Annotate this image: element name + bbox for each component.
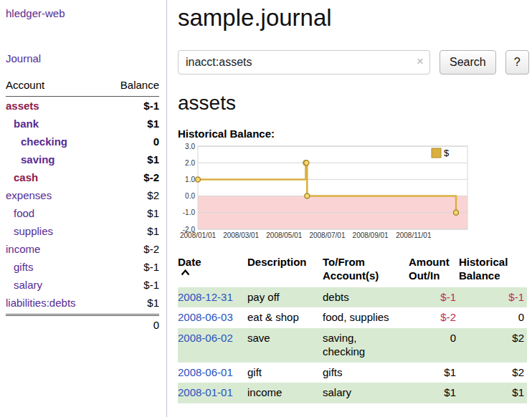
transaction-date-link[interactable]: 2008-06-03	[178, 311, 233, 323]
svg-text:2008/01/01: 2008/01/01	[180, 231, 216, 239]
account-row: expenses $2	[6, 186, 159, 204]
account-heading: assets	[178, 92, 531, 115]
transaction-description: eat & shop	[247, 307, 323, 328]
sidebar-account-assets[interactable]: assets	[6, 100, 39, 112]
accounts-panel: Account Balance assets $-1 bank $1 check…	[6, 79, 159, 331]
transaction-date-link[interactable]: 2008-06-01	[178, 366, 233, 378]
account-row: gifts $-1	[6, 258, 159, 276]
transaction-balance: 0	[459, 307, 527, 328]
transaction-balance: $1	[459, 383, 527, 403]
transaction-accounts: food, supplies	[323, 307, 409, 328]
transaction-amount: 0	[409, 328, 459, 363]
register-row: 2008-06-02 save saving, checking 0 $2	[178, 328, 527, 363]
sidebar-account-expenses[interactable]: expenses	[6, 189, 52, 201]
account-row: liabilities:debts $1	[6, 294, 159, 312]
transaction-balance: $-1	[459, 287, 527, 308]
balance-column-header: Balance	[120, 79, 159, 91]
svg-text:2008/11/01: 2008/11/01	[396, 231, 432, 239]
transaction-accounts: gifts	[323, 363, 409, 383]
historical-column-header: Historical Balance	[459, 254, 527, 287]
app-title-link[interactable]: hledger-web	[6, 7, 159, 19]
account-row: cash $-2	[6, 168, 159, 186]
transaction-balance: $2	[459, 328, 527, 363]
svg-text:2008/09/01: 2008/09/01	[353, 231, 389, 239]
transaction-description: save	[247, 328, 323, 363]
register-row: 2008-06-01 gift gifts $1 $2	[178, 363, 527, 383]
sidebar-account-saving[interactable]: saving	[21, 153, 55, 166]
sidebar-account-bank[interactable]: bank	[14, 118, 39, 130]
sidebar-account-liabilities-debts[interactable]: liabilities:debts	[6, 297, 76, 309]
account-balance: $1	[147, 225, 159, 237]
account-balance: $-2	[143, 243, 159, 255]
total-balance: 0	[153, 319, 159, 331]
nav-journal-link[interactable]: Journal	[6, 52, 159, 64]
date-column-header[interactable]: Date	[178, 254, 247, 287]
account-row: food $1	[6, 204, 159, 222]
sidebar: hledger-web Journal Account Balance asse…	[0, 0, 167, 417]
svg-text:2008/05/01: 2008/05/01	[266, 231, 302, 239]
search-input-wrapper: ×	[178, 50, 430, 75]
search-input[interactable]	[178, 50, 430, 75]
transaction-accounts: salary	[323, 383, 409, 403]
account-balance: $-1	[143, 279, 159, 291]
account-balance: $2	[147, 189, 159, 201]
description-column-header: Description	[247, 254, 323, 287]
register-row: 2008-01-01 income salary $1 $1	[178, 383, 527, 403]
account-row: salary $-1	[6, 276, 159, 294]
clear-search-icon[interactable]: ×	[417, 54, 424, 69]
account-balance: $1	[147, 118, 159, 130]
sidebar-account-income[interactable]: income	[6, 243, 40, 255]
transaction-description: income	[247, 383, 323, 403]
transaction-amount: $1	[409, 363, 459, 383]
chevron-up-icon	[181, 269, 190, 276]
svg-text:2.0: 2.0	[185, 159, 195, 167]
account-balance: $-2	[143, 171, 159, 183]
transaction-date-link[interactable]: 2008-12-31	[178, 291, 233, 303]
account-row: checking 0	[6, 133, 159, 150]
register-row: 2008-06-03 eat & shop food, supplies $-2…	[178, 307, 527, 328]
account-balance: $-1	[143, 100, 159, 112]
sidebar-account-cash[interactable]: cash	[14, 171, 38, 183]
account-column-header: Account	[6, 79, 44, 91]
sidebar-account-food[interactable]: food	[14, 207, 34, 219]
transaction-description: pay off	[247, 287, 323, 308]
accounts-header-row: Account Balance	[6, 79, 159, 97]
account-row: bank $1	[6, 115, 159, 133]
account-row: saving $1	[6, 150, 159, 168]
transaction-accounts: saving, checking	[323, 328, 409, 363]
main-content: sample.journal × Search ? assets Histori…	[178, 0, 531, 403]
historical-balance-chart: 3.02.01.00.0-1.0-2.02008/01/012008/03/01…	[178, 143, 472, 243]
svg-text:$: $	[444, 148, 450, 158]
account-balance: 0	[153, 135, 159, 148]
account-balance: $1	[147, 153, 159, 166]
transaction-accounts: debts	[323, 287, 409, 308]
svg-text:3.0: 3.0	[185, 143, 195, 150]
chart-title: Historical Balance:	[178, 128, 531, 140]
transaction-description: gift	[247, 363, 323, 383]
account-balance: $-1	[143, 261, 159, 273]
svg-text:0.0: 0.0	[185, 192, 195, 200]
svg-text:-1.0: -1.0	[183, 208, 196, 216]
search-button[interactable]: Search	[440, 50, 496, 75]
transaction-date-link[interactable]: 2008-01-01	[178, 386, 233, 398]
tofrom-column-header: To/From Account(s)	[323, 254, 409, 287]
transaction-amount: $-1	[409, 287, 459, 308]
total-row: 0	[6, 314, 159, 331]
sidebar-account-supplies[interactable]: supplies	[14, 225, 53, 237]
sidebar-account-checking[interactable]: checking	[21, 135, 67, 148]
transaction-amount: $-2	[409, 307, 459, 328]
sidebar-account-gifts[interactable]: gifts	[14, 261, 34, 273]
account-balance: $1	[147, 207, 159, 219]
help-button[interactable]: ?	[505, 50, 529, 75]
register-header-row: Date Description To/From Account(s) Amou…	[178, 254, 527, 287]
date-header-label: Date	[178, 256, 201, 268]
amount-column-header: Amount Out/In	[409, 254, 459, 287]
search-bar: × Search ?	[178, 50, 531, 75]
sidebar-account-salary[interactable]: salary	[14, 279, 42, 291]
svg-text:1.0: 1.0	[185, 176, 195, 183]
account-balance: $1	[147, 297, 159, 309]
transaction-date-link[interactable]: 2008-06-02	[178, 332, 233, 344]
register-row: 2008-12-31 pay off debts $-1 $-1	[178, 287, 527, 308]
account-row: supplies $1	[6, 222, 159, 240]
page-title: sample.journal	[178, 4, 531, 32]
